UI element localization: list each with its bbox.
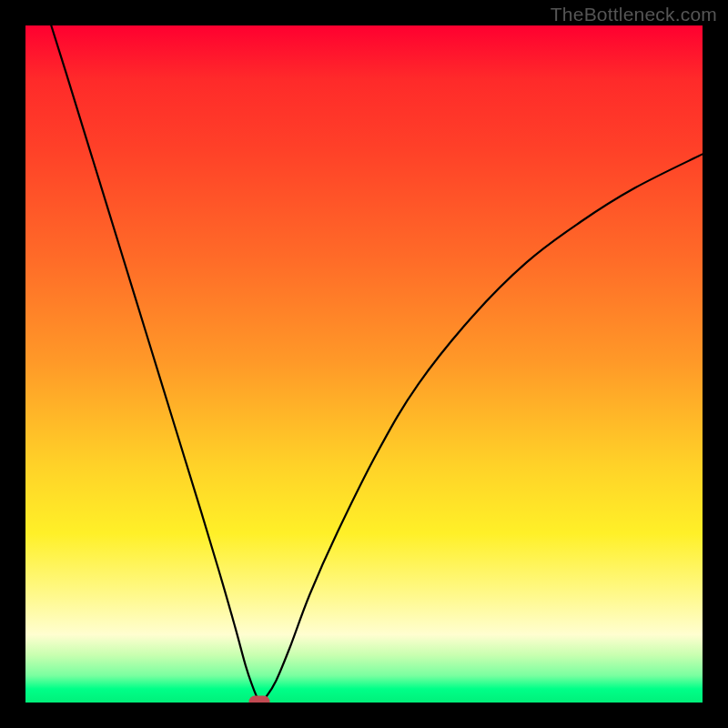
bottleneck-curve-path xyxy=(51,25,703,702)
bottleneck-minimum-marker xyxy=(249,695,270,703)
chart-curve-svg xyxy=(25,25,703,703)
watermark-text: TheBottleneck.com xyxy=(551,4,717,25)
chart-plot-area xyxy=(25,25,703,703)
